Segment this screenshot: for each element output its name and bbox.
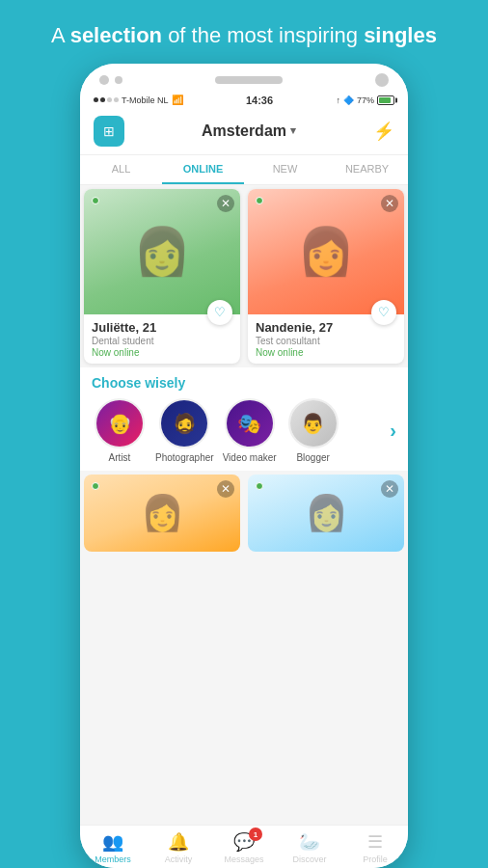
nav-messages[interactable]: 💬 1 Messages	[211, 831, 277, 864]
wifi-icon: 📶	[172, 95, 183, 105]
nav-members[interactable]: 👥 Members	[80, 831, 146, 864]
choose-label-artist: Artist	[109, 452, 131, 463]
messages-badge: 1	[249, 827, 262, 841]
status-right: ↑ 🔷 77%	[336, 95, 394, 105]
nav-label-profile: Profile	[363, 854, 388, 864]
card-job-nandenie: Test consultant	[256, 336, 396, 346]
phone-content: 👩 ✕ ♡ Juliëtte, 21 Dental student Now on…	[80, 185, 408, 825]
members-icon: 👥	[102, 831, 123, 853]
choose-list: 👴 Artist 🧔 Photographer 🎭 Video maker	[92, 398, 396, 463]
app-header: ⊞ Amsterdam ▾ ⚡	[80, 108, 408, 155]
card-status-nandenie: Now online	[256, 347, 396, 358]
tab-nearby[interactable]: NEARBY	[326, 155, 408, 184]
bottom-card-left[interactable]: 👩 ✕	[84, 475, 240, 552]
camera-dot-2	[115, 76, 122, 84]
close-bottom-left[interactable]: ✕	[217, 480, 234, 498]
speaker-bar	[215, 76, 283, 84]
person-icon-bottom-right: 👩	[305, 493, 348, 533]
activity-icon: 🔔	[168, 831, 189, 853]
discover-icon: 🦢	[299, 831, 320, 853]
nav-profile[interactable]: ☰ Profile	[342, 831, 408, 864]
card-juliette[interactable]: 👩 ✕ ♡ Juliëtte, 21 Dental student Now on…	[84, 189, 240, 364]
choose-avatar-photographer: 🧔	[159, 398, 209, 448]
online-dot-bottom-left	[92, 482, 99, 490]
chevron-down-icon: ▾	[290, 124, 296, 137]
header-bold1: selection	[70, 23, 162, 47]
online-indicator-juliette	[92, 197, 99, 204]
grid-button[interactable]: ⊞	[94, 116, 124, 147]
heart-button-juliette[interactable]: ♡	[207, 300, 232, 325]
choose-item-videomaker[interactable]: 🎭 Video maker	[222, 398, 278, 463]
status-left: T-Mobile NL 📶	[94, 95, 183, 105]
battery-icon	[377, 95, 394, 105]
phone-shell: T-Mobile NL 📶 14:36 ↑ 🔷 77% ⊞ Amsterdam …	[80, 64, 408, 868]
videomaker-avatar-img: 🎭	[227, 400, 273, 447]
city-title[interactable]: Amsterdam ▾	[202, 122, 296, 140]
carrier-label: T-Mobile NL	[122, 95, 169, 105]
battery-percent: 77%	[357, 95, 374, 105]
choose-label-photographer: Photographer	[155, 452, 214, 463]
choose-item-blogger[interactable]: 👨 Blogger	[285, 398, 341, 463]
choose-more-chevron[interactable]: ›	[390, 420, 396, 442]
artist-avatar-img: 👴	[96, 400, 143, 447]
online-indicator-nandenie	[256, 197, 263, 204]
tab-all[interactable]: ALL	[80, 155, 162, 184]
choose-avatar-blogger: 👨	[288, 398, 339, 448]
signal-dot-3	[107, 97, 112, 102]
signal-dot-1	[94, 97, 98, 102]
nav-label-discover: Discover	[292, 854, 326, 864]
location-icon: ↑	[336, 95, 340, 105]
card-photo-juliette: 👩	[84, 189, 240, 314]
tab-new[interactable]: NEW	[244, 155, 326, 184]
close-button-juliette[interactable]: ✕	[217, 195, 234, 212]
camera-group	[99, 75, 122, 85]
phone-top-hardware	[80, 64, 408, 93]
close-bottom-right[interactable]: ✕	[381, 480, 398, 498]
bottom-cards: 👩 ✕ 👩 ✕	[80, 471, 408, 825]
card-job-juliette: Dental student	[92, 336, 232, 346]
messages-badge-wrapper: 💬 1	[233, 831, 255, 853]
choose-avatar-videomaker: 🎭	[225, 398, 275, 448]
choose-label-blogger: Blogger	[296, 452, 329, 463]
profile-icon: ☰	[367, 831, 383, 853]
card-photo-nandenie: 👩	[248, 189, 404, 314]
card-status-juliette: Now online	[92, 347, 232, 358]
photographer-avatar-img: 🧔	[161, 400, 207, 447]
camera-dot-1	[99, 75, 109, 85]
choose-item-artist[interactable]: 👴 Artist	[92, 398, 148, 463]
online-dot-bottom-right	[256, 482, 263, 490]
heart-button-nandenie[interactable]: ♡	[371, 300, 396, 325]
card-nandenie[interactable]: 👩 ✕ ♡ Nandenie, 27 Test consultant Now o…	[248, 189, 404, 364]
city-name: Amsterdam	[202, 122, 286, 140]
bottom-photo-right: 👩 ✕	[248, 475, 404, 552]
nav-activity[interactable]: 🔔 Activity	[146, 831, 211, 864]
close-button-nandenie[interactable]: ✕	[381, 195, 398, 212]
person-silhouette: 👩	[133, 225, 191, 279]
cards-grid: 👩 ✕ ♡ Juliëtte, 21 Dental student Now on…	[80, 185, 408, 367]
choose-section: Choose wisely 👴 Artist 🧔 Photographer	[80, 367, 408, 471]
bottom-nav: 👥 Members 🔔 Activity 💬 1 Messages 🦢 Disc…	[80, 825, 408, 868]
choose-item-photographer[interactable]: 🧔 Photographer	[155, 398, 214, 463]
choose-label-videomaker: Video maker	[223, 452, 277, 463]
blogger-avatar-img: 👨	[290, 400, 337, 447]
bottom-card-right[interactable]: 👩 ✕	[248, 475, 404, 552]
status-bar: T-Mobile NL 📶 14:36 ↑ 🔷 77%	[80, 93, 408, 108]
bluetooth-icon: 🔷	[343, 95, 354, 105]
person-icon-bottom-left: 👩	[141, 493, 184, 533]
tab-online[interactable]: ONLINE	[162, 155, 244, 184]
front-camera	[375, 73, 389, 87]
filter-button[interactable]: ⚡	[373, 121, 394, 142]
bottom-photo-left: 👩 ✕	[84, 475, 240, 552]
signal-dots	[94, 97, 119, 102]
signal-dot-4	[114, 97, 119, 102]
nav-discover[interactable]: 🦢 Discover	[277, 831, 342, 864]
choose-title: Choose wisely	[92, 375, 396, 391]
signal-dot-2	[100, 97, 105, 102]
header-text: A selection of the most inspiring single…	[13, 0, 475, 64]
header-bold2: singles	[364, 23, 437, 47]
nav-label-members: Members	[95, 854, 131, 864]
tabs-bar: ALL ONLINE NEW NEARBY	[80, 155, 408, 185]
choose-avatar-artist: 👴	[95, 398, 145, 448]
person-silhouette-2: 👩	[297, 225, 355, 279]
nav-label-messages: Messages	[224, 854, 263, 864]
